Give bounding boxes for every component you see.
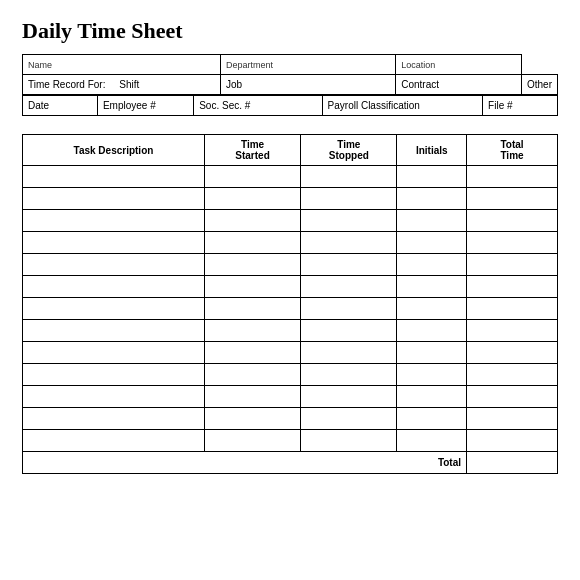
table-cell <box>301 298 397 320</box>
col-header-started: Time Started <box>204 135 300 166</box>
table-cell <box>397 430 467 452</box>
table-row <box>23 188 558 210</box>
table-cell <box>23 408 205 430</box>
table-cell <box>23 188 205 210</box>
table-cell <box>301 166 397 188</box>
page-title: Daily Time Sheet <box>22 18 558 44</box>
table-cell <box>397 210 467 232</box>
table-cell <box>301 232 397 254</box>
table-cell <box>397 386 467 408</box>
table-cell <box>467 254 558 276</box>
table-row <box>23 298 558 320</box>
col-header-initials: Initials <box>397 135 467 166</box>
table-row <box>23 408 558 430</box>
table-cell <box>467 342 558 364</box>
table-cell <box>397 364 467 386</box>
table-cell <box>23 166 205 188</box>
table-cell <box>301 386 397 408</box>
table-cell <box>204 320 300 342</box>
table-cell <box>467 364 558 386</box>
table-cell <box>397 408 467 430</box>
table-cell <box>301 188 397 210</box>
col-header-stopped: Time Stopped <box>301 135 397 166</box>
table-cell <box>397 166 467 188</box>
file-label: File # <box>488 100 512 111</box>
table-cell <box>397 298 467 320</box>
shift-label: Shift <box>119 79 139 90</box>
location-label: Location <box>401 60 435 70</box>
table-cell <box>467 276 558 298</box>
soc-sec-label: Soc. Sec. # <box>199 100 250 111</box>
table-cell <box>397 232 467 254</box>
table-cell <box>23 298 205 320</box>
table-row <box>23 386 558 408</box>
table-cell <box>204 276 300 298</box>
table-cell <box>467 298 558 320</box>
payroll-label: Payroll Classification <box>328 100 420 111</box>
table-cell <box>467 232 558 254</box>
table-cell <box>204 408 300 430</box>
col-header-task: Task Description <box>23 135 205 166</box>
table-cell <box>397 342 467 364</box>
table-cell <box>23 254 205 276</box>
table-cell <box>397 188 467 210</box>
table-cell <box>301 430 397 452</box>
time-record-label: Time Record For: <box>28 79 105 90</box>
table-cell <box>23 210 205 232</box>
table-cell <box>204 232 300 254</box>
table-cell <box>23 386 205 408</box>
table-row <box>23 254 558 276</box>
employee-label: Employee # <box>103 100 156 111</box>
table-cell <box>467 408 558 430</box>
table-cell <box>301 210 397 232</box>
total-value <box>467 452 558 474</box>
table-cell <box>467 430 558 452</box>
table-cell <box>301 342 397 364</box>
table-cell <box>204 386 300 408</box>
table-cell <box>23 320 205 342</box>
table-cell <box>23 364 205 386</box>
table-cell <box>204 254 300 276</box>
table-cell <box>204 298 300 320</box>
info-grid: Date Employee # Soc. Sec. # Payroll Clas… <box>22 95 558 116</box>
table-cell <box>204 430 300 452</box>
table-cell <box>467 166 558 188</box>
table-cell <box>23 342 205 364</box>
table-cell <box>467 386 558 408</box>
table-cell <box>397 320 467 342</box>
table-cell <box>204 188 300 210</box>
table-row <box>23 232 558 254</box>
total-row: Total <box>23 452 558 474</box>
table-row <box>23 430 558 452</box>
other-label: Other <box>527 79 552 90</box>
table-cell <box>301 254 397 276</box>
table-row <box>23 342 558 364</box>
table-cell <box>301 364 397 386</box>
table-cell <box>301 320 397 342</box>
table-cell <box>301 408 397 430</box>
name-label: Name <box>28 60 52 70</box>
department-label: Department <box>226 60 273 70</box>
table-cell <box>204 210 300 232</box>
table-cell <box>467 188 558 210</box>
table-cell <box>23 430 205 452</box>
table-cell <box>204 166 300 188</box>
task-table: Task Description Time Started Time Stopp… <box>22 134 558 474</box>
table-cell <box>204 364 300 386</box>
contract-label: Contract <box>401 79 439 90</box>
table-cell <box>23 276 205 298</box>
table-row <box>23 364 558 386</box>
table-cell <box>397 254 467 276</box>
table-row <box>23 210 558 232</box>
total-label: Total <box>23 452 467 474</box>
table-cell <box>467 320 558 342</box>
col-header-total: Total Time <box>467 135 558 166</box>
table-row <box>23 320 558 342</box>
header-section: Name Department Location Time Record For… <box>22 54 558 95</box>
job-label: Job <box>226 79 242 90</box>
date-label: Date <box>28 100 49 111</box>
table-row <box>23 166 558 188</box>
table-cell <box>397 276 467 298</box>
table-cell <box>204 342 300 364</box>
table-cell <box>467 210 558 232</box>
